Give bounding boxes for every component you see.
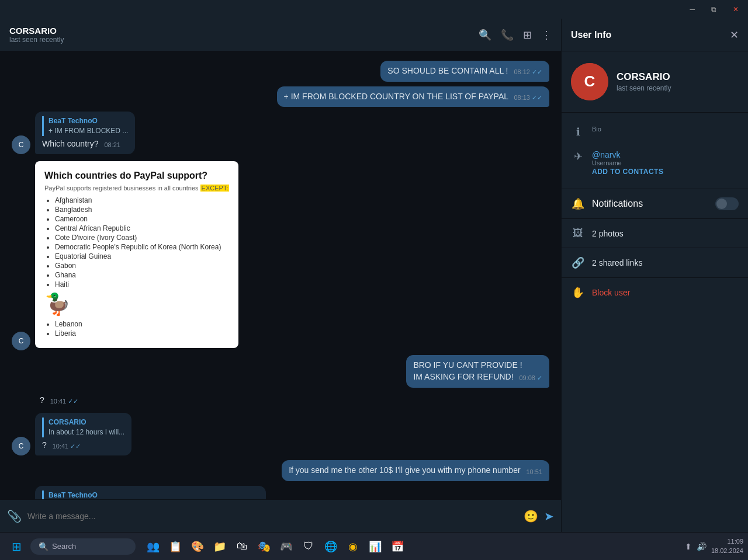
message-time: 10:41 ✓✓ bbox=[53, 442, 81, 451]
title-bar: ─ ⧉ ✕ bbox=[0, 0, 748, 19]
table-row: C Which countries do PayPal support? Pay… bbox=[12, 159, 549, 350]
list-item: Cameroon bbox=[55, 215, 229, 223]
volume-icon: 🔊 bbox=[697, 542, 707, 551]
taskbar: ⊞ 🔍 Search 👥 📋 🎨 📁 🛍 🎭 🎮 🛡 🌐 ◉ 📊 📅 ⬆ 🔊 1… bbox=[0, 532, 748, 560]
close-button[interactable]: ✕ bbox=[728, 3, 743, 16]
message-text: + IM FROM BLOCKED COUNTRY ON THE LIST OF… bbox=[284, 92, 508, 101]
notifications-label: Notifications bbox=[592, 199, 643, 209]
message-time: 08:12 ✓✓ bbox=[514, 68, 542, 76]
taskbar-app-media[interactable]: 🎭 bbox=[254, 536, 275, 557]
quote-author: BeaT TechnoO bbox=[49, 117, 98, 125]
taskbar-app-files[interactable]: 👥 bbox=[143, 536, 164, 557]
block-user-row[interactable]: ✋ Block user bbox=[562, 278, 748, 307]
emoji-icon[interactable]: 🙂 bbox=[524, 509, 538, 523]
quote-text: In about 12 hours I will... bbox=[49, 428, 124, 436]
read-check: ✓ bbox=[537, 374, 542, 381]
username-value[interactable]: @narvk bbox=[592, 150, 739, 159]
taskbar-app-calendar[interactable]: 📅 bbox=[387, 536, 408, 557]
read-check: ✓✓ bbox=[70, 443, 81, 450]
links-label: 2 shared links bbox=[592, 258, 642, 267]
message-time: 08:13 ✓✓ bbox=[514, 93, 542, 102]
message-bubble: ? 10:41 ✓✓ bbox=[35, 392, 83, 409]
network-icon: ⬆ bbox=[685, 542, 692, 551]
tray-date-value: 18.02.2024 bbox=[711, 547, 743, 555]
list-item: Liberia bbox=[55, 329, 229, 338]
bio-label: Bio bbox=[592, 126, 739, 133]
chat-header-actions: 🔍 📞 ⊞ ⋮ bbox=[479, 29, 552, 41]
input-area: 📎 🙂 ➤ bbox=[0, 499, 561, 532]
username-row: ✈ @narvk Username ADD TO CONTACTS bbox=[571, 144, 739, 182]
table-row: C BeaT TechnoO + IM FROM BLOCKED ... Whi… bbox=[12, 112, 549, 154]
taskbar-app-browser[interactable]: 🌐 bbox=[320, 536, 341, 557]
taskbar-app-teams[interactable]: 📋 bbox=[165, 536, 186, 557]
quote-author: BeaT TechnoO bbox=[49, 491, 98, 499]
start-button[interactable]: ⊞ bbox=[5, 535, 28, 558]
list-item: Bangladesh bbox=[55, 206, 229, 214]
card-list-2: Lebanon Liberia bbox=[44, 320, 229, 338]
restore-button[interactable]: ⧉ bbox=[707, 3, 721, 16]
notifications-toggle[interactable] bbox=[715, 197, 739, 210]
taskbar-apps: 👥 📋 🎨 📁 🛍 🎭 🎮 🛡 🌐 ◉ 📊 📅 bbox=[138, 536, 683, 557]
tray-clock: 11:09 18.02.2024 bbox=[711, 537, 743, 555]
taskbar-app-paint[interactable]: 🎨 bbox=[187, 536, 208, 557]
table-row: ? 10:41 ✓✓ bbox=[12, 392, 549, 409]
layout-icon[interactable]: ⊞ bbox=[523, 29, 532, 41]
close-icon[interactable]: ✕ bbox=[730, 29, 739, 41]
phone-icon[interactable]: 📞 bbox=[501, 29, 514, 41]
read-check: ✓✓ bbox=[532, 94, 542, 101]
table-row: C CORSARIO In about 12 hours I will... ?… bbox=[12, 413, 549, 455]
chat-name: CORSARIO bbox=[9, 26, 64, 36]
message-text: Which country? bbox=[42, 139, 98, 148]
list-item: Afghanistan bbox=[55, 196, 229, 204]
message-input[interactable] bbox=[27, 507, 518, 526]
attach-icon[interactable]: 📎 bbox=[7, 509, 22, 523]
taskbar-app-explorer[interactable]: 📁 bbox=[209, 536, 230, 557]
search-text: Search bbox=[52, 542, 76, 551]
quote-block: BeaT TechnoO MMM IDK CAN WE GO ON ANOTHE… bbox=[42, 491, 259, 499]
message-bubble: + IM FROM BLOCKED COUNTRY ON THE LIST OF… bbox=[277, 86, 549, 107]
message-bubble: BeaT TechnoO MMM IDK CAN WE GO ON ANOTHE… bbox=[35, 486, 266, 499]
taskbar-app-store[interactable]: 🛍 bbox=[231, 536, 252, 557]
panel-header: User Info ✕ bbox=[562, 19, 748, 51]
bio-content: Bio bbox=[592, 126, 739, 133]
minimize-button[interactable]: ─ bbox=[685, 3, 699, 16]
message-bubble: SO SHOULD BE CONTAIN ALL ! 08:12 ✓✓ bbox=[380, 61, 549, 82]
taskbar-search[interactable]: 🔍 Search bbox=[30, 538, 136, 555]
list-item: Equatorial Guinea bbox=[55, 252, 229, 260]
add-to-contacts-button[interactable]: ADD TO CONTACTS bbox=[592, 168, 739, 176]
profile-info: CORSARIO last seen recently bbox=[617, 71, 671, 92]
taskbar-app-notepad[interactable]: 📊 bbox=[365, 536, 386, 557]
read-check: ✓✓ bbox=[68, 398, 78, 405]
taskbar-app-chrome[interactable]: ◉ bbox=[342, 536, 363, 557]
taskbar-app-shield[interactable]: 🛡 bbox=[298, 536, 319, 557]
avatar-image: C bbox=[571, 63, 608, 100]
search-icon[interactable]: 🔍 bbox=[479, 29, 491, 41]
user-profile-section: C CORSARIO last seen recently bbox=[562, 51, 748, 113]
search-icon: 🔍 bbox=[39, 542, 49, 551]
info-section: ℹ Bio ✈ @narvk Username ADD TO CONTACTS bbox=[562, 113, 748, 189]
info-icon: ℹ bbox=[571, 126, 585, 138]
table-row: BRO IF YU CANT PROVIDE !IM ASKING FOR RE… bbox=[12, 355, 549, 387]
taskbar-app-game[interactable]: 🎮 bbox=[276, 536, 297, 557]
avatar: C bbox=[12, 332, 30, 350]
profile-status: last seen recently bbox=[617, 84, 671, 92]
user-info-panel: User Info ✕ C CORSARIO last seen recentl… bbox=[561, 19, 748, 532]
read-check: ✓✓ bbox=[532, 68, 542, 75]
list-item: Central African Republic bbox=[55, 224, 229, 232]
message-bubble: BRO IF YU CANT PROVIDE !IM ASKING FOR RE… bbox=[406, 355, 549, 387]
username-content: @narvk Username ADD TO CONTACTS bbox=[592, 150, 739, 176]
tray-time-value: 11:09 bbox=[711, 537, 743, 546]
toggle-knob bbox=[716, 199, 727, 209]
messages-container: SO SHOULD BE CONTAIN ALL ! 08:12 ✓✓ + IM… bbox=[0, 51, 561, 499]
message-time: 08:21 bbox=[104, 141, 120, 149]
photos-row[interactable]: 🖼 2 photos bbox=[562, 219, 748, 248]
send-button[interactable]: ➤ bbox=[544, 509, 554, 523]
list-item: Ghana bbox=[55, 271, 229, 279]
links-row[interactable]: 🔗 2 shared links bbox=[562, 248, 748, 278]
message-text: BRO IF YU CANT PROVIDE !IM ASKING FOR RE… bbox=[413, 360, 522, 381]
notifications-row: 🔔 Notifications bbox=[562, 189, 748, 219]
panel-title: User Info bbox=[571, 30, 611, 40]
more-icon[interactable]: ⋮ bbox=[541, 29, 552, 41]
duck-emoji: 🦆 bbox=[44, 292, 229, 316]
links-icon: 🔗 bbox=[571, 256, 585, 269]
